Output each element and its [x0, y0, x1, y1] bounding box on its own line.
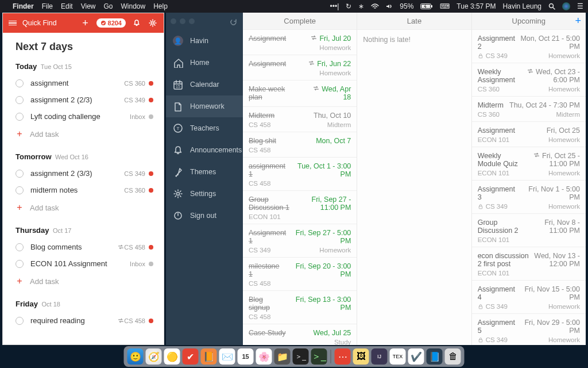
homework-card[interactable]: Assignment Fri, Jul 20 Homework — [243, 30, 357, 55]
dock-mail-icon[interactable]: ✉️ — [219, 348, 235, 365]
menu-go[interactable]: Go — [104, 2, 113, 10]
refresh-icon[interactable] — [230, 18, 237, 28]
dock-preview-icon[interactable]: 🖼 — [353, 348, 369, 365]
sidebar-item-home[interactable]: Home — [166, 52, 243, 74]
homework-card[interactable]: Make week plan Wed, Apr 18 — [243, 80, 357, 107]
dock-calendar-icon[interactable]: 15 — [238, 348, 254, 365]
add-task-icon[interactable]: + — [80, 17, 91, 29]
task-checkbox[interactable] — [16, 96, 24, 104]
task-checkbox[interactable] — [16, 79, 24, 87]
sidebar-item-teachers[interactable]: Teachers — [166, 117, 243, 139]
homework-card[interactable]: milestone 1 Fri, Sep 20 - 3:00 PM CS 458 — [243, 258, 357, 291]
dock-terminal-icon[interactable]: ＞_ — [293, 348, 309, 365]
hamburger-icon[interactable] — [9, 21, 17, 26]
window-controls[interactable] — [166, 13, 243, 30]
homework-card[interactable]: Weekly Assignment Wed, Oct 23 - 6:00 PM … — [472, 63, 586, 97]
homework-card[interactable]: Assignment 3 Fri, Nov 1 - 5:00 PM CS 349… — [472, 181, 586, 214]
homework-card[interactable]: Blog signup Fri, Sep 13 - 3:00 PM CS 458 — [243, 291, 357, 324]
task-row[interactable]: Lyft coding challenge Inbox — [16, 108, 161, 125]
homework-card[interactable]: Assignment 2 Mon, Oct 21 - 5:00 PM CS 34… — [472, 30, 586, 63]
task-checkbox[interactable] — [16, 243, 24, 251]
dock-books-icon[interactable]: 📙 — [201, 348, 217, 365]
add-task-row[interactable]: +Add task — [16, 272, 161, 290]
menubar-user[interactable]: Havin Leung — [503, 2, 541, 10]
card-title: Blog signup — [249, 296, 284, 312]
wifi-icon[interactable] — [371, 3, 379, 9]
menu-extra-icon[interactable]: •••| — [330, 2, 339, 10]
task-checkbox[interactable] — [16, 113, 24, 121]
homework-card[interactable]: Assignment 1 Fri, Sep 27 - 5:00 PM CS 34… — [243, 224, 357, 258]
task-checkbox[interactable] — [16, 260, 24, 268]
siri-icon[interactable] — [562, 2, 570, 10]
homework-card[interactable]: Blog shit Mon, Oct 7 CS 458 — [243, 132, 357, 158]
spotlight-icon[interactable] — [548, 3, 555, 10]
quick-find-input[interactable]: Quick Find — [22, 19, 75, 27]
sidebar-item-brush[interactable]: Themes — [166, 161, 243, 183]
input-source-icon[interactable]: ⌨ — [440, 2, 450, 10]
homework-card[interactable]: assignment 1 Tue, Oct 1 - 3:00 PM CS 458 — [243, 158, 357, 191]
menu-edit[interactable]: Edit — [61, 2, 73, 10]
task-checkbox[interactable] — [16, 170, 24, 178]
homework-card[interactable]: Assignment 5 Fri, Nov 29 - 5:00 PM CS 34… — [472, 314, 586, 345]
menubar-app[interactable]: Finder — [13, 2, 34, 10]
dock-trash-icon[interactable]: 🗑 — [445, 348, 461, 365]
task-row[interactable]: ECON 101 Assignment Inbox — [16, 255, 161, 272]
menu-window[interactable]: Window — [121, 2, 146, 10]
homework-card[interactable]: Group Discussion 1 Fri, Sep 27 - 11:00 P… — [243, 191, 357, 224]
dock-intellij-icon[interactable]: IJ — [372, 348, 388, 365]
sidebar-item-power[interactable]: Sign out — [166, 205, 243, 227]
dock-chrome-icon[interactable]: 🟡 — [164, 348, 180, 365]
homework-card[interactable]: Assignment 4 Fri, Nov 15 - 5:00 PM CS 34… — [472, 281, 586, 314]
homework-card[interactable]: econ discussion 2 first post Wed, Nov 13… — [472, 247, 586, 281]
task-row[interactable]: Blog comments CS 458 — [16, 239, 161, 255]
dock-todoist-icon[interactable]: ✔ — [183, 348, 199, 365]
add-upcoming-icon[interactable]: + — [575, 15, 581, 27]
karma-badge[interactable]: 8204 — [96, 18, 126, 28]
dock-reminders-icon[interactable]: ✔️ — [408, 348, 424, 365]
dock-tex-icon[interactable]: TEX — [390, 348, 406, 365]
timemachine-icon[interactable]: ↻ — [346, 2, 351, 10]
volume-icon[interactable] — [386, 3, 393, 9]
sidebar-item-bell[interactable]: Announcements — [166, 139, 243, 161]
notification-bell-icon[interactable] — [131, 19, 142, 27]
add-task-row[interactable]: +Add task — [16, 198, 161, 217]
homework-card[interactable]: Group Discussion 2 Fri, Nov 8 - 11:00 PM… — [472, 214, 586, 247]
task-row[interactable]: midterm notes CS 360 — [16, 182, 161, 198]
task-checkbox[interactable] — [16, 186, 24, 194]
homework-card[interactable]: Assignment Fri, Jun 22 Homework — [243, 55, 357, 80]
menu-file[interactable]: File — [42, 2, 53, 10]
menu-view[interactable]: View — [81, 2, 96, 10]
notification-center-icon[interactable]: ☰ — [577, 2, 583, 10]
dock-photos-icon[interactable]: 🌸 — [256, 348, 272, 365]
card-type: Homework — [548, 203, 580, 210]
menubar-clock[interactable]: Tue 3:57 PM — [457, 2, 496, 10]
sidebar-item-calendar[interactable]: Calendar — [166, 74, 243, 95]
traffic-light-close[interactable] — [171, 18, 176, 24]
task-row[interactable]: required reading CS 458 — [16, 312, 161, 329]
sidebar-user[interactable]: 👤 Havin — [166, 30, 243, 52]
homework-card[interactable]: Midterm Thu, Oct 24 - 7:30 PM CS 360 Mid… — [472, 97, 586, 122]
task-checkbox[interactable] — [16, 317, 24, 325]
traffic-light-min[interactable] — [180, 18, 185, 24]
add-task-row[interactable]: +Add task — [16, 125, 161, 143]
dock-app-1-icon[interactable]: ⋯ — [335, 348, 351, 365]
sidebar-item-homework[interactable]: Homework — [166, 95, 243, 117]
homework-card[interactable]: Case Study Wed, Jul 25 Study — [243, 324, 357, 345]
traffic-light-max[interactable] — [189, 18, 195, 24]
battery-icon[interactable] — [420, 3, 433, 10]
homework-card[interactable]: Weekly Module Quiz Fri, Oct 25 - 11:00 P… — [472, 147, 586, 181]
dock-safari-icon[interactable]: 🧭 — [146, 348, 162, 365]
dock-finder-icon[interactable]: 🙂 — [127, 348, 144, 365]
settings-gear-icon[interactable] — [148, 19, 158, 27]
homework-card[interactable]: Assignment Fri, Oct 25 ECON 101 Homework — [472, 122, 586, 147]
task-row[interactable]: assignment CS 360 — [16, 75, 161, 91]
menu-help[interactable]: Help — [153, 2, 168, 10]
sidebar-item-gear[interactable]: Settings — [166, 183, 243, 205]
bluetooth-icon[interactable]: ∗ — [358, 2, 364, 10]
dock-homework-icon[interactable]: 📘 — [427, 348, 443, 365]
dock-folder-icon[interactable]: 📁 — [274, 348, 291, 365]
homework-card[interactable]: Midterm Thu, Oct 10 CS 458 Midterm — [243, 107, 357, 132]
task-row[interactable]: assignment 2 (2/3) CS 349 — [16, 91, 161, 108]
dock-iterm-icon[interactable]: ＞_ — [311, 348, 327, 365]
task-row[interactable]: assignment 2 (3/3) CS 349 — [16, 165, 161, 182]
